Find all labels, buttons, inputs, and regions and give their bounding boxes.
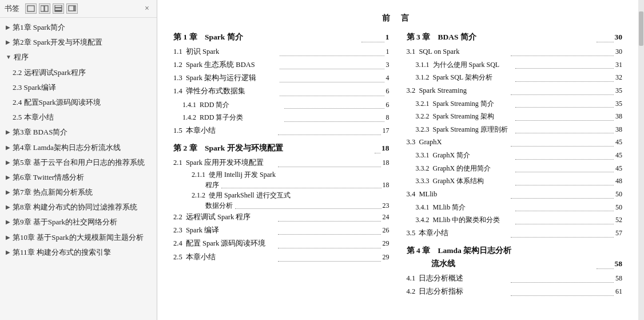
toc-3-4-2: 3.4.2 MLlib 中的聚类和分类 52: [407, 214, 623, 226]
close-button[interactable]: ×: [142, 4, 152, 13]
arrow-icon: ▶: [6, 159, 10, 167]
arrow-icon: ▼: [6, 53, 11, 61]
ch1-title: 第 1 章 Spark 简介: [173, 31, 243, 44]
toc-right-column: 第 3 章 BDAS 简介 30 3.1 SQL on Spark 30 3.1…: [407, 31, 623, 298]
svg-rect-1: [41, 6, 44, 11]
sidebar-item-ch5[interactable]: ▶ 第5章 基于云平台和用户日志的推荐系统: [0, 155, 157, 170]
toc-columns: 第 1 章 Spark 简介 1 1.1 初识 Spark 1 1.2 Spar…: [173, 31, 622, 298]
toolbar-btn-2[interactable]: [39, 3, 50, 14]
sidebar-item-label: 第5章 基于云平台和用户日志的推荐系统: [13, 157, 145, 168]
sidebar-item-label: 第3章 BDAS简介: [13, 127, 67, 137]
ch4-page: 58: [615, 258, 623, 271]
toc-3-1-1: 3.1.1 为什么使用 Spark SQL 31: [407, 58, 623, 71]
sidebar-item-label: 2.4 配置Spark源码阅读环境: [13, 97, 101, 108]
toc-2-3: 2.3 Spark 编译 26: [173, 224, 389, 237]
scrollbar-track[interactable]: [638, 0, 644, 320]
toc-1-4-2: 1.4.2 RDD 算子分类 8: [173, 111, 389, 124]
toc-2-1: 2.1 Spark 应用开发环境配置 18: [173, 156, 389, 169]
toc-3-3-1: 3.3.1 GraphX 简介 45: [407, 149, 623, 161]
svg-rect-2: [45, 6, 48, 11]
ch2-title-block: 第 2 章 Spark 开发与环境配置 18: [173, 142, 389, 155]
toc-1-2: 1.2 Spark 生态系统 BDAS 3: [173, 58, 389, 72]
toc-3-3-2: 3.3.2 GraphX 的使用简介 45: [407, 162, 623, 175]
sidebar-item-label: 第1章 Spark简介: [13, 22, 65, 33]
sidebar-item-ch4[interactable]: ▶ 第4章 Lamda架构日志分析流水线: [0, 140, 157, 155]
arrow-icon: ▶: [6, 128, 10, 136]
sidebar-toolbar: 书签 ×: [0, 0, 157, 18]
sidebar-item-s2-2[interactable]: 2.2 远程调试Spark程序: [0, 65, 157, 80]
svg-rect-4: [55, 8, 62, 10]
arrow-icon: ▶: [6, 234, 10, 242]
toc-2-4: 2.4 配置 Spark 源码阅读环境 29: [173, 237, 389, 250]
ch1-title-block: 第 1 章 Spark 简介 1: [173, 31, 389, 44]
ch2-page: 18: [381, 142, 389, 155]
toc-1-5: 1.5 本章小结 17: [173, 124, 389, 137]
toc-4-2: 4.2 日志分析指标 61: [407, 285, 623, 298]
toc-1-3: 1.3 Spark 架构与运行逻辑 4: [173, 72, 389, 85]
toc-1-4-1: 1.4.1 RDD 简介 6: [173, 98, 389, 111]
sidebar-item-label: 第10章 基于Spark的大规模新闻主题分析: [13, 232, 144, 243]
sidebar-item-label: 第11章 构建分布式的搜索引擎: [13, 247, 111, 258]
toolbar-btn-4[interactable]: [66, 3, 78, 14]
sidebar-item-ch1[interactable]: ▶ 第1章 Spark简介: [0, 20, 157, 35]
toc-left-column: 第 1 章 Spark 简介 1 1.1 初识 Spark 1 1.2 Spar…: [173, 31, 389, 298]
ch4-title-block: 第 4 章 Lamda 架构日志分析 流水线 58: [407, 244, 623, 271]
sidebar-item-label: 第6章 Twitter情感分析: [13, 172, 84, 183]
toc-2-5: 2.5 本章小结 29: [173, 251, 389, 264]
toolbar-btn-3[interactable]: [53, 3, 64, 14]
svg-rect-6: [69, 6, 74, 11]
sidebar-item-ch2[interactable]: ▶ 第2章 Spark开发与环境配置: [0, 35, 157, 50]
sidebar-item-prog[interactable]: ▼ 程序: [0, 50, 157, 65]
ch2-title: 第 2 章 Spark 开发与环境配置: [173, 142, 283, 155]
toc-3-1: 3.1 SQL on Spark 30: [407, 45, 623, 58]
sidebar-item-label: 第7章 热点新闻分析系统: [13, 187, 93, 197]
toc-3-2-3: 3.2.3 Spark Streaming 原理剖析 38: [407, 123, 623, 136]
toc-3-2-2: 3.2.2 Spark Streaming 架构 38: [407, 110, 623, 123]
sidebar-item-label: 第4章 Lamda架构日志分析流水线: [13, 143, 121, 153]
arrow-icon: ▶: [6, 188, 10, 196]
toc-1-1: 1.1 初识 Spark 1: [173, 45, 389, 58]
sidebar-item-label: 程序: [14, 52, 29, 62]
ch3-title: 第 3 章 BDAS 简介: [407, 31, 476, 44]
arrow-icon: ▶: [6, 173, 10, 181]
sidebar-item-s2-5[interactable]: 2.5 本章小结: [0, 110, 157, 125]
toc-2-2: 2.2 远程调试 Spark 程序 24: [173, 211, 389, 224]
toolbar-btn-1[interactable]: [25, 3, 37, 14]
sidebar-item-ch8[interactable]: ▶ 第8章 构建分布式的协同过滤推荐系统: [0, 200, 157, 215]
toc-3-3: 3.3 GraphX 45: [407, 136, 623, 149]
sidebar-item-ch10[interactable]: ▶ 第10章 基于Spark的大规模新闻主题分析: [0, 230, 157, 245]
toc-3-3-3: 3.3.3 GraphX 体系结构 48: [407, 175, 623, 187]
sidebar-item-ch7[interactable]: ▶ 第7章 热点新闻分析系统: [0, 185, 157, 200]
ch4-title-line1: 第 4 章 Lamda 架构日志分析: [407, 244, 512, 258]
svg-rect-5: [55, 11, 62, 11]
sidebar-item-label: 2.2 远程调试Spark程序: [13, 68, 86, 78]
sidebar-item-s2-3[interactable]: 2.3 Spark编译: [0, 80, 157, 95]
sidebar-item-ch3[interactable]: ▶ 第3章 BDAS简介: [0, 125, 157, 140]
ch3-page: 30: [615, 31, 623, 44]
sidebar-item-ch11[interactable]: ▶ 第11章 构建分布式的搜索引擎: [0, 245, 157, 260]
arrow-icon: ▶: [6, 23, 10, 31]
svg-rect-0: [27, 6, 34, 11]
svg-rect-3: [55, 5, 62, 7]
document-content[interactable]: 前 言 第 1 章 Spark 简介 1 1.1 初识 Spark: [157, 0, 638, 320]
toc-3-1-2: 3.1.2 Spark SQL 架构分析 32: [407, 71, 623, 84]
sidebar-item-s2-4[interactable]: 2.4 配置Spark源码阅读环境: [0, 95, 157, 110]
arrow-icon: ▶: [6, 144, 10, 152]
sidebar-item-ch6[interactable]: ▶ 第6章 Twitter情感分析: [0, 170, 157, 185]
sidebar-item-label: 2.5 本章小结: [13, 112, 54, 123]
toc-2-1-1: 2.1.1 使用 Intellij 开发 Spark 程序 18: [173, 169, 389, 190]
sidebar-item-ch9[interactable]: ▶ 第9章 基于Spark的社交网络分析: [0, 215, 157, 230]
toc-3-4-1: 3.4.1 MLlib 简介 50: [407, 201, 623, 214]
scrollbar-thumb[interactable]: [639, 11, 643, 46]
arrow-icon: ▶: [6, 218, 10, 226]
arrow-icon: ▶: [6, 203, 10, 211]
svg-rect-7: [74, 6, 75, 11]
ch1-page: 1: [385, 31, 389, 44]
toc-3-5: 3.5 本章小结 57: [407, 227, 623, 240]
ch4-title-line2: 流水线: [407, 258, 456, 271]
toc-1-4: 1.4 弹性分布式数据集 6: [173, 85, 389, 98]
toc-3-2: 3.2 Spark Streaming 35: [407, 84, 623, 97]
sidebar-content: ▶ 第1章 Spark简介 ▶ 第2章 Spark开发与环境配置 ▼ 程序 2.…: [0, 18, 157, 320]
arrow-icon: ▶: [6, 38, 10, 46]
toc-2-1-2: 2.1.2 使用 SparkShell 进行交互式 数据分析 23: [173, 190, 389, 211]
